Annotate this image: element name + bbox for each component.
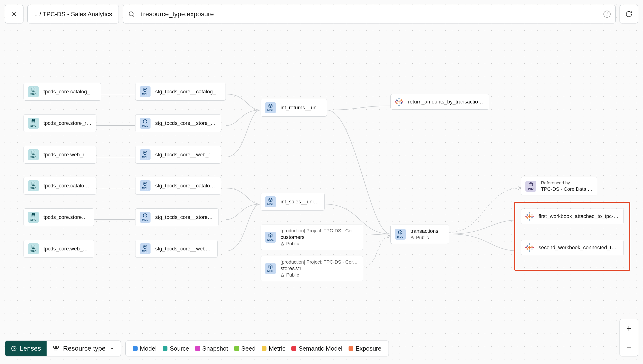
node-source-web-sales[interactable]: SRC tpcds_core.web_sales: [24, 240, 94, 258]
zoom-in-button[interactable]: +: [620, 319, 638, 338]
svg-point-12: [12, 346, 16, 351]
node-body: Referenced by TPC-DS - Core Data Models: [541, 180, 593, 192]
refresh-button[interactable]: [620, 5, 638, 24]
svg-point-3: [32, 151, 35, 152]
database-icon: [31, 244, 36, 249]
resource-type-button[interactable]: Resource type: [46, 341, 121, 356]
source-badge: SRC: [28, 86, 39, 97]
svg-rect-10: [529, 183, 533, 186]
svg-point-5: [32, 214, 35, 215]
database-icon: [31, 88, 36, 92]
node-model-stg-web-sales[interactable]: MDL stg_tpcds_core__web_sales: [135, 240, 218, 258]
legend-item-source: Source: [163, 345, 189, 352]
cube-icon: [143, 119, 148, 124]
cube-icon: [143, 88, 148, 92]
cube-icon: [143, 150, 148, 155]
lock-icon: [280, 242, 284, 246]
lenses-icon: [11, 346, 17, 352]
model-badge: MDL: [140, 149, 150, 160]
node-source-store-returns[interactable]: SRC tpcds_core.store_returns: [24, 114, 96, 132]
resource-type-icon: [53, 345, 59, 352]
node-model-stg-catalog-returns[interactable]: MDL stg_tpcds_core__catalog_returns: [135, 83, 226, 101]
legend-label: Metric: [269, 345, 286, 352]
legend-swatch: [348, 346, 353, 351]
cube-icon: [143, 182, 148, 186]
zoom-out-button[interactable]: −: [620, 338, 638, 356]
node-model-stores[interactable]: MDL [production] Project: TPC-DS - Core …: [260, 256, 363, 281]
node-model-stg-catalog-sales[interactable]: MDL stg_tpcds_core__catalog_sales: [135, 177, 221, 195]
svg-rect-7: [281, 244, 284, 245]
node-model-transactions[interactable]: MDL transactions Public: [390, 224, 449, 244]
node-source-catalog-sales[interactable]: SRC tpcds_core.catalog_sales: [24, 177, 96, 195]
legend-swatch: [262, 346, 266, 351]
lock-icon: [280, 273, 284, 277]
node-source-store-sales[interactable]: SRC tpcds_core.store_sales: [24, 208, 94, 226]
search-box: i: [123, 5, 616, 24]
node-source-web-returns[interactable]: SRC tpcds_core.web_returns: [24, 146, 96, 164]
legend-item-model: Model: [133, 345, 157, 352]
source-badge: SRC: [28, 243, 39, 254]
node-exposure-workbook-2[interactable]: second_workbook_connected_to_live…: [521, 240, 624, 255]
legend-label: Exposure: [356, 345, 382, 352]
top-bar: .. / TPC-DS - Sales Analytics i: [5, 5, 638, 24]
tableau-icon: [526, 243, 534, 252]
node-source-catalog-returns[interactable]: SRC tpcds_core.catalog_returns: [24, 83, 101, 101]
node-model-stg-web-returns[interactable]: MDL stg_tpcds_core__web_returns: [135, 146, 221, 164]
zoom-controls: + −: [620, 319, 638, 356]
node-model-int-returns[interactable]: MDL int_returns__unioned: [260, 99, 327, 117]
project-badge: PRJ: [526, 181, 536, 192]
legend-item-snapshot: Snapshot: [195, 345, 228, 352]
cube-icon: [268, 104, 273, 108]
cube-icon: [143, 213, 148, 218]
svg-point-11: [13, 348, 15, 350]
node-exposure-return-amounts[interactable]: return_amounts_by_transaction_type: [390, 94, 489, 110]
bottom-bar: Lenses Resource type ModelSourceSnapshot…: [5, 340, 389, 356]
svg-rect-13: [54, 346, 56, 348]
info-icon[interactable]: i: [604, 10, 610, 18]
legend-swatch: [292, 346, 296, 351]
node-body: [production] Project: TPC-DS - Core Data…: [280, 259, 359, 278]
model-badge: MDL: [140, 118, 150, 128]
close-button[interactable]: [5, 5, 24, 24]
node-exposure-workbook-1[interactable]: first_workbook_attached_to_tpc-ds_-_…: [521, 208, 624, 224]
model-badge: MDL: [265, 232, 276, 243]
legend-label: Seed: [241, 345, 256, 352]
tableau-icon: [395, 98, 403, 106]
database-icon: [31, 119, 36, 124]
model-badge: MDL: [140, 212, 150, 223]
legend-label: Snapshot: [202, 345, 228, 352]
svg-point-0: [129, 12, 133, 16]
source-badge: SRC: [28, 180, 39, 191]
svg-point-2: [32, 120, 35, 121]
tableau-icon: [526, 212, 534, 220]
cube-icon: [268, 233, 273, 238]
legend-label: Semantic Model: [298, 345, 342, 352]
model-badge: MDL: [395, 229, 406, 240]
database-icon: [31, 150, 36, 155]
node-body: transactions Public: [410, 228, 438, 240]
model-badge: MDL: [265, 263, 276, 274]
node-model-customers[interactable]: MDL [production] Project: TPC-DS - Core …: [260, 224, 363, 250]
source-badge: SRC: [28, 212, 39, 223]
legend-swatch: [195, 346, 200, 351]
svg-point-4: [32, 182, 35, 183]
breadcrumb[interactable]: .. / TPC-DS - Sales Analytics: [27, 5, 119, 24]
source-badge: SRC: [28, 118, 39, 128]
lenses-button[interactable]: Lenses: [5, 341, 46, 356]
node-model-int-sales[interactable]: MDL int_sales__unioned: [260, 193, 324, 211]
cube-icon: [398, 230, 403, 235]
cube-icon: [268, 264, 273, 269]
search-input[interactable]: [139, 10, 599, 18]
chevron-down-icon: [109, 346, 114, 351]
svg-rect-9: [411, 238, 413, 239]
node-model-stg-store-returns[interactable]: MDL stg_tpcds_core__store_returns: [135, 114, 221, 132]
model-badge: MDL: [140, 243, 150, 254]
legend-swatch: [163, 346, 168, 351]
legend-box: ModelSourceSnapshotSeedMetricSemantic Mo…: [125, 340, 389, 356]
node-model-stg-store-sales[interactable]: MDL stg_tpcds_core__store_sales: [135, 208, 219, 226]
refresh-icon: [625, 10, 632, 18]
briefcase-icon: [528, 182, 533, 187]
lenses-group: Lenses Resource type: [5, 340, 121, 356]
node-project-referenced-by[interactable]: PRJ Referenced by TPC-DS - Core Data Mod…: [521, 177, 597, 196]
legend-label: Model: [140, 345, 157, 352]
